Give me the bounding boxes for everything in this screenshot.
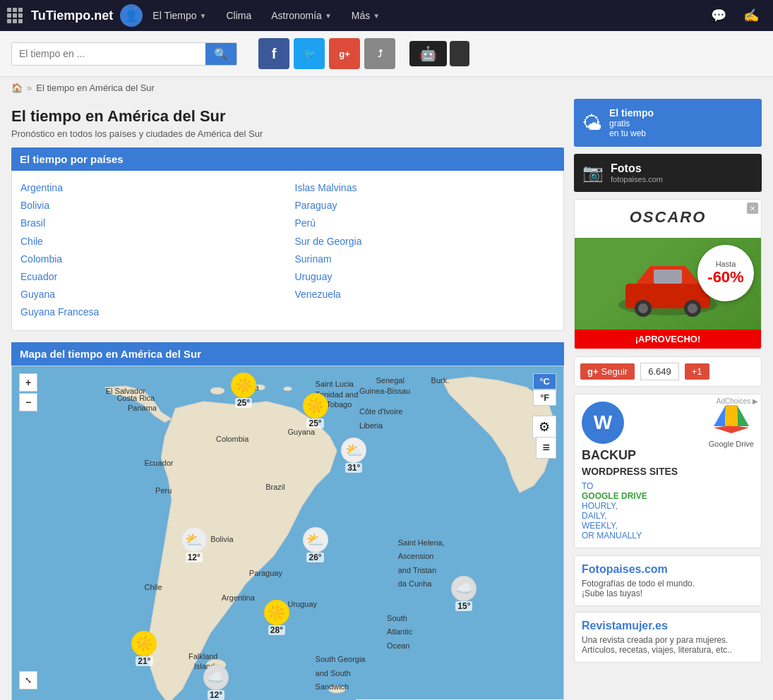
adchoices: AdChoices ▶: [717, 397, 758, 405]
fotopaises-title[interactable]: Fotopaises.com: [582, 563, 754, 576]
nav-mas[interactable]: Más ▼: [342, 0, 390, 31]
weather-pin-28: ☀️ 28°: [264, 600, 289, 635]
breadcrumb-sep: »: [27, 83, 32, 93]
zoom-in-button[interactable]: +: [19, 373, 37, 392]
country-argentina[interactable]: Argentina: [20, 182, 63, 193]
sidebar: 🌤 El tiempo gratis en tu web 📷 Fotos fot…: [564, 99, 762, 700]
country-peru[interactable]: Perú: [295, 217, 316, 229]
country-surinam[interactable]: Surinam: [295, 253, 332, 265]
sun-icon-2: ☀️: [231, 373, 256, 398]
gplus-follow-button[interactable]: g+ Seguir: [580, 363, 635, 380]
country-islas-malvinas[interactable]: Islas Malvinas: [295, 182, 357, 193]
country-colombia[interactable]: Colombia: [20, 253, 62, 265]
share-button[interactable]: ⤴: [364, 38, 395, 69]
wp-title: BACKUP WORDPRESS SITES: [582, 448, 702, 478]
wordpress-ad: AdChoices ▶ W BACKUP WORDPRESS SITES TO …: [574, 394, 762, 548]
photos-banner[interactable]: 📷 Fotos fotopaises.com: [574, 154, 762, 192]
site-logo[interactable]: TuTiempo.net: [7, 8, 113, 23]
map-container[interactable]: + − ⤡ °C °F ⚙ ≡ El Salvador Aruba Saint …: [11, 366, 564, 701]
nav-astronomia[interactable]: Astronomía ▼: [261, 0, 342, 31]
search-button[interactable]: 🔍: [205, 43, 236, 65]
revistamujer-desc: Una revista creada por y para mujeres. A…: [582, 635, 754, 655]
gplus-count: 6.649: [640, 363, 679, 380]
oscaro-ad: ✕ OSCARO Hasta -60%: [574, 199, 762, 349]
weather-web-banner[interactable]: 🌤 El tiempo gratis en tu web: [574, 99, 762, 147]
twitter-button[interactable]: 🐦: [294, 38, 325, 69]
svg-marker-17: [725, 405, 738, 426]
country-paraguay[interactable]: Paraguay: [295, 200, 337, 211]
temp-toggle: °C °F: [533, 373, 556, 406]
layer-button[interactable]: ⚙: [532, 416, 556, 438]
country-bolivia[interactable]: Bolivia: [20, 200, 49, 211]
countries-box: Argentina Bolivia Brasil Chile Colombia …: [11, 171, 564, 331]
logo-dots: [7, 8, 23, 23]
cloud-sun-icon: ⛅: [341, 438, 366, 463]
svg-rect-12: [654, 270, 682, 284]
country-guyana-francesa[interactable]: Guyana Francesa: [20, 306, 99, 318]
photos-text: Fotos fotopaises.com: [611, 162, 663, 183]
cloud-icon-2: ☁️: [203, 665, 229, 690]
gplus-icon: g+: [587, 366, 599, 377]
mas-caret: ▼: [373, 12, 380, 20]
search-bar: 🔍 f 🐦 g+ ⤴ 🤖: [0, 31, 773, 77]
celsius-button[interactable]: °C: [533, 373, 556, 390]
search-input[interactable]: [12, 43, 205, 65]
logo-text: TuTiempo.net: [31, 8, 113, 23]
nav-el-tiempo[interactable]: El Tiempo ▼: [143, 0, 216, 31]
breadcrumb-current: El tiempo en América del Sur: [36, 83, 155, 93]
country-brasil[interactable]: Brasil: [20, 217, 45, 229]
country-venezuela[interactable]: Venezuela: [295, 289, 341, 300]
weather-pin-15: ☁️ 15°: [451, 576, 477, 611]
wp-right: Google Drive: [709, 402, 754, 448]
apple-badge[interactable]: [450, 41, 469, 66]
ad-close-button[interactable]: ✕: [747, 203, 758, 214]
android-badge[interactable]: 🤖: [409, 41, 447, 66]
user-icon: 👤: [120, 4, 143, 27]
social-buttons: f 🐦 g+ ⤴: [258, 38, 395, 69]
country-ecuador[interactable]: Ecuador: [20, 271, 57, 282]
fahrenheit-button[interactable]: °F: [533, 390, 556, 406]
oscaro-logo: OSCARO: [583, 208, 753, 227]
fullscreen-button[interactable]: ⤡: [19, 671, 37, 689]
oscaro-car-area[interactable]: Hasta -60%: [575, 238, 761, 330]
facebook-button[interactable]: f: [258, 38, 289, 69]
countries-col1: Argentina Bolivia Brasil Chile Colombia …: [20, 179, 281, 322]
home-link[interactable]: 🏠: [11, 83, 23, 93]
gdrive-text: Google Drive: [709, 440, 754, 448]
wp-links: TO GOOGLE DRIVE HOURLY, DAILY, WEEKLY, O…: [582, 481, 702, 541]
country-chile[interactable]: Chile: [20, 236, 43, 247]
country-sur-georgia[interactable]: Sur de Georgia: [295, 236, 362, 247]
nav-clima[interactable]: Clima: [217, 0, 262, 31]
fotopaises-desc: Fotografías de todo el mundo. ¡Sube las …: [582, 579, 754, 598]
weather-pin-31-brazil: ⛅ 31°: [341, 438, 366, 473]
wp-content: W BACKUP WORDPRESS SITES TO GOOGLE DRIVE…: [582, 402, 754, 541]
map-header: Mapa del tiempo en América del Sur: [11, 342, 564, 366]
googleplus-button[interactable]: g+: [329, 38, 360, 69]
zoom-out-button[interactable]: −: [19, 393, 37, 411]
gplus-plus-button[interactable]: +1: [685, 363, 709, 380]
main-nav: El Tiempo ▼ Clima Astronomía ▼ Más ▼: [143, 0, 390, 31]
svg-marker-16: [714, 426, 749, 433]
map-svg: [12, 366, 563, 701]
app-badges: 🤖: [409, 41, 469, 66]
svg-point-1: [210, 387, 224, 394]
chat-icon[interactable]: 💬: [704, 4, 733, 28]
country-uruguay[interactable]: Uruguay: [295, 271, 332, 282]
fotopaises-promo: Fotopaises.com Fotografías de todo el mu…: [574, 555, 762, 606]
gplus-row: g+ Seguir 6.649 +1: [574, 356, 762, 387]
revistamujer-title[interactable]: Revistamujer.es: [582, 620, 754, 632]
header-icons: 💬 ✍: [704, 4, 766, 28]
filter-button[interactable]: ≡: [536, 437, 556, 459]
main-layout: El tiempo en América del Sur Pronóstico …: [0, 99, 773, 700]
countries-header: El tiempo por países: [11, 147, 564, 171]
weather-web-text: El tiempo gratis en tu web: [609, 107, 654, 138]
svg-point-9: [638, 303, 648, 313]
el-tiempo-caret: ▼: [200, 12, 207, 20]
revistamujer-promo: Revistamujer.es Una revista creada por y…: [574, 612, 762, 663]
sun-icon-3: ☀️: [264, 600, 289, 625]
cloud-sun-icon-3: ⛅: [303, 527, 328, 553]
weather-pin-26: ⛅ 26°: [303, 527, 328, 562]
country-guyana[interactable]: Guyana: [20, 289, 55, 300]
oscaro-cta[interactable]: ¡APROVECHO!: [575, 330, 761, 349]
blog-icon[interactable]: ✍: [736, 4, 766, 28]
